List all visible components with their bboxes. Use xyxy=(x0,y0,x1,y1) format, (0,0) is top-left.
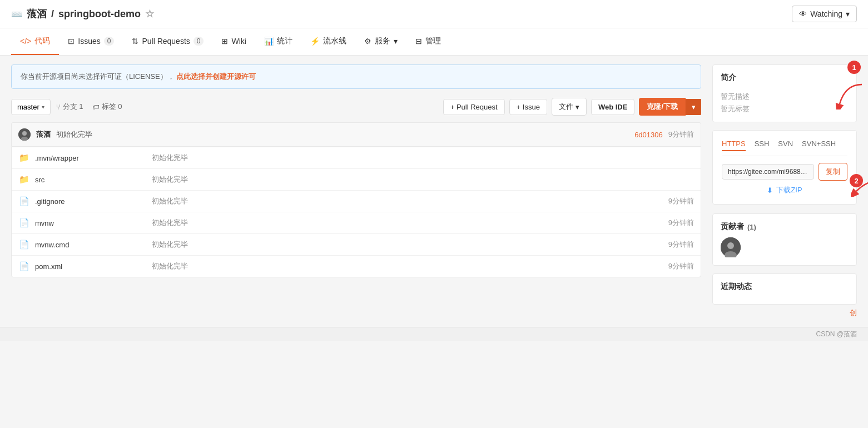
pr-tab-label: Pull Requests xyxy=(142,37,190,46)
tab-pipeline[interactable]: ⚡ 流水线 xyxy=(301,28,355,55)
branch-name: master xyxy=(17,103,39,111)
branch-info: ⑂ 分支 1 🏷 标签 0 xyxy=(56,102,438,112)
svg-point-1 xyxy=(22,131,27,136)
file-row: 📄 .gitignore 初始化完毕 9分钟前 xyxy=(12,190,701,212)
file-name[interactable]: mvnw xyxy=(35,219,146,227)
svg-point-6 xyxy=(727,242,734,249)
file-name[interactable]: .mvn/wrapper xyxy=(35,154,146,162)
file-list: 📁 .mvn/wrapper 初始化完毕 📁 src 初始化完毕 📄 .giti… xyxy=(11,146,701,277)
file-time: 9分钟前 xyxy=(655,240,694,250)
tab-manage[interactable]: ⊟ 管理 xyxy=(406,28,450,55)
contributors-section: 贡献者 (1) xyxy=(712,213,857,266)
contributor-avatar[interactable] xyxy=(721,237,741,257)
stats-tab-icon: 📊 xyxy=(264,37,274,46)
services-tab-label: 服务 xyxy=(375,36,390,46)
pull-request-button[interactable]: + Pull Request xyxy=(443,99,505,115)
tag-count-label: 标签 0 xyxy=(102,102,122,112)
wiki-tab-label: Wiki xyxy=(231,37,246,46)
file-commit: 初始化完毕 xyxy=(152,218,649,228)
pipeline-tab-icon: ⚡ xyxy=(310,37,320,46)
file-time: 9分钟前 xyxy=(655,196,694,206)
wiki-tab-icon: ⊞ xyxy=(221,37,228,46)
stats-tab-label: 统计 xyxy=(277,36,292,46)
contributors-label: 贡献者 xyxy=(721,222,744,232)
branch-select[interactable]: master ▾ xyxy=(11,99,51,115)
commit-message: 初始化完毕 xyxy=(56,130,629,140)
clone-tab-ssh[interactable]: SSH xyxy=(755,140,770,151)
create-label[interactable]: 创 xyxy=(712,308,857,318)
slash: / xyxy=(51,8,54,20)
branch-count-label: 分支 1 xyxy=(63,102,83,112)
file-commit: 初始化完毕 xyxy=(152,240,649,250)
commit-time: 9分钟前 xyxy=(668,130,694,140)
file-name[interactable]: pom.xml xyxy=(35,262,146,271)
file-doc-icon: 📄 xyxy=(18,261,29,271)
no-desc: 暂无描述 xyxy=(721,92,849,102)
copy-button[interactable]: 复制 xyxy=(819,163,847,181)
tab-stats[interactable]: 📊 统计 xyxy=(255,28,301,55)
tag-icon: 🏷 xyxy=(92,103,100,111)
clone-tab-svn[interactable]: SVN xyxy=(778,140,793,151)
file-doc-icon: 📄 xyxy=(18,240,29,250)
recent-activity-title: 近期动态 xyxy=(721,282,849,292)
download-icon: ⬇ xyxy=(767,186,773,195)
commit-row: 蒗酒 初始化完毕 6d01306 9分钟前 xyxy=(11,122,701,146)
tab-pull-requests[interactable]: ⇅ Pull Requests 0 xyxy=(123,29,212,54)
license-link[interactable]: 点此选择并创建开源许可 xyxy=(176,72,256,81)
recent-activity-section: 近期动态 xyxy=(712,273,857,305)
chevron-down-icon: ▾ xyxy=(846,9,850,18)
code-icon: ⌨️ xyxy=(11,9,22,19)
file-name[interactable]: .gitignore xyxy=(35,197,146,206)
file-commit: 初始化完毕 xyxy=(152,175,649,185)
clone-tab-svnplus[interactable]: SVN+SSH xyxy=(802,140,836,151)
star-icon[interactable]: ☆ xyxy=(145,8,154,20)
manage-tab-icon: ⊟ xyxy=(415,37,422,46)
repo-owner[interactable]: 蒗酒 xyxy=(27,7,47,21)
file-commit: 初始化完毕 xyxy=(152,261,649,271)
services-tab-icon: ⚙ xyxy=(364,37,371,46)
commit-avatar xyxy=(18,128,31,141)
issues-badge: 0 xyxy=(104,37,115,46)
commit-user[interactable]: 蒗酒 xyxy=(36,130,51,140)
file-row: 📄 mvnw.cmd 初始化完毕 9分钟前 xyxy=(12,233,701,255)
code-tab-icon: </> xyxy=(20,37,31,46)
nav-tabs: </> 代码 ⊡ Issues 0 ⇅ Pull Requests 0 ⊞ Wi… xyxy=(0,28,868,56)
file-name[interactable]: mvnw.cmd xyxy=(35,241,146,249)
clone-dropdown-panel: HTTPS SSH SVN SVN+SSH 复制 ⬇ 下载ZIP 2 xyxy=(712,130,857,205)
tab-issues[interactable]: ⊡ Issues 0 xyxy=(59,29,123,54)
clone-url-input[interactable] xyxy=(722,164,814,180)
main-wrapper: 你当前开源项目尚未选择许可证（LICENSE）， 点此选择并创建开源许可 mas… xyxy=(0,56,868,327)
commit-hash[interactable]: 6d01306 xyxy=(634,131,663,139)
file-name[interactable]: src xyxy=(35,176,146,184)
file-chevron-icon: ▾ xyxy=(576,103,579,111)
clone-tabs: HTTPS SSH SVN SVN+SSH xyxy=(722,140,847,156)
watching-button[interactable]: 👁 Watching ▾ xyxy=(792,6,857,22)
download-zip-button[interactable]: ⬇ 下载ZIP xyxy=(722,181,847,195)
file-doc-icon: 📄 xyxy=(18,218,29,228)
file-doc-icon: 📄 xyxy=(18,196,29,206)
right-panel: 简介 1 暂无描述 暂无标签 HTTPS xyxy=(712,64,857,318)
file-commit: 初始化完毕 xyxy=(152,153,649,163)
eye-icon: 👁 xyxy=(799,9,807,18)
repo-header: ⌨️ 蒗酒 / springboot-demo ☆ 👁 Watching ▾ xyxy=(0,0,868,28)
intro-title: 简介 xyxy=(721,73,736,83)
issue-button[interactable]: + Issue xyxy=(509,99,547,115)
download-zip-label: 下载ZIP xyxy=(776,185,802,195)
tab-code[interactable]: </> 代码 xyxy=(11,28,59,55)
file-time: 9分钟前 xyxy=(655,261,694,271)
repo-toolbar: master ▾ ⑂ 分支 1 🏷 标签 0 + Pull Request + … xyxy=(11,98,701,116)
clone-download-button[interactable]: 克隆/下载 ▾ xyxy=(639,98,701,116)
contributors-title: 贡献者 (1) xyxy=(721,222,849,232)
tab-wiki[interactable]: ⊞ Wiki xyxy=(212,29,255,54)
file-button[interactable]: 文件 ▾ xyxy=(552,98,587,116)
footer-text: CSDN @蒗酒 xyxy=(816,330,857,338)
clone-main-button[interactable]: 克隆/下载 xyxy=(639,98,686,116)
branch-fork-icon: ⑂ xyxy=(56,103,61,111)
web-ide-button[interactable]: Web IDE xyxy=(591,99,635,115)
clone-tab-https[interactable]: HTTPS xyxy=(722,140,746,151)
tab-services[interactable]: ⚙ 服务 ▾ xyxy=(355,28,406,55)
folder-icon: 📁 xyxy=(18,153,29,163)
clone-arrow-button[interactable]: ▾ xyxy=(686,99,701,115)
folder-icon: 📁 xyxy=(18,175,29,185)
repo-name[interactable]: springboot-demo xyxy=(58,8,141,20)
